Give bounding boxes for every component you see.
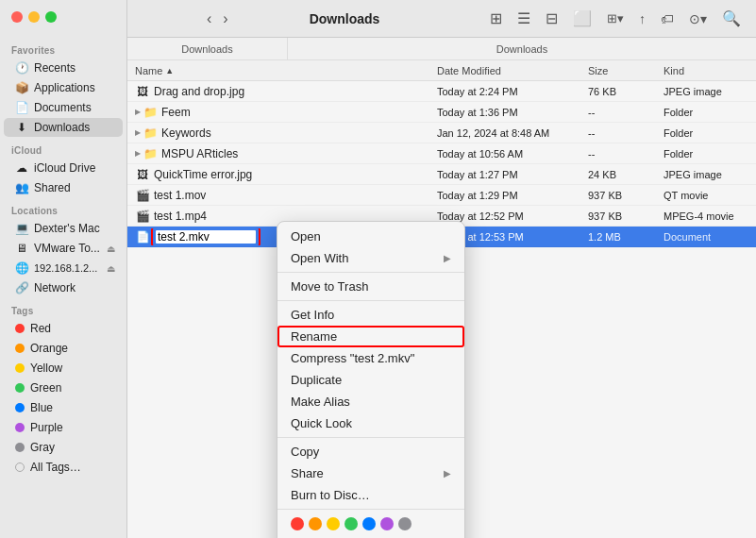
table-row[interactable]: 🖼 QuickTime error.jpg Today at 1:27 PM 2… <box>127 164 756 185</box>
ctx-share[interactable]: Share ▶ <box>277 462 464 484</box>
ctx-tag-gray[interactable] <box>398 517 412 530</box>
table-row[interactable]: 🎬 test 1.mov Today at 1:29 PM 937 KB QT … <box>127 185 756 206</box>
ctx-tag-orange[interactable] <box>309 517 322 530</box>
sidebar-item-tag-green[interactable]: Green <box>4 378 123 397</box>
mac-icon: 💻 <box>15 222 28 235</box>
ctx-tag-blue[interactable] <box>362 517 376 530</box>
blue-tag-dot <box>15 403 25 412</box>
minimize-button[interactable] <box>28 11 40 23</box>
network-icon: 🔗 <box>15 281 28 294</box>
folder-icon: 📁 <box>143 146 158 161</box>
disclosure-icon: ▶ <box>135 149 141 158</box>
ctx-move-to-trash[interactable]: Move to Trash <box>277 276 464 297</box>
sidebar-item-documents[interactable]: 📄 Documents <box>4 98 123 117</box>
file-size: 1.2 MB <box>588 231 664 243</box>
table-row[interactable]: ▶ 📁 MSPU ARticles Today at 10:56 AM -- F… <box>127 143 756 164</box>
file-size: -- <box>588 148 664 160</box>
gallery-view-btn[interactable]: ⬜ <box>569 8 596 29</box>
file-date: Today at 12:52 PM <box>437 210 588 222</box>
tag-btn[interactable]: 🏷 <box>657 9 678 28</box>
ctx-quick-look[interactable]: Quick Look <box>277 412 464 434</box>
ctx-tag-yellow[interactable] <box>327 517 340 530</box>
sidebar-item-network[interactable]: 🔗 Network <box>4 278 123 297</box>
dest-path-label: Downloads <box>288 43 756 55</box>
sidebar-item-ip1[interactable]: 🌐 192.168.1.2... ⏏ <box>4 259 123 277</box>
table-row[interactable]: 🖼 Drag and drop.jpg Today at 2:24 PM 76 … <box>127 81 756 102</box>
file-icon: 📄 <box>135 229 150 244</box>
file-name: test 1.mov <box>154 189 206 202</box>
sidebar-item-tag-orange[interactable]: Orange <box>4 339 123 358</box>
main-content: ‹ › Downloads ⊞ ☰ ⊟ ⬜ ⊞▾ ↑ 🏷 ⊙▾ 🔍 <box>127 0 756 538</box>
ctx-compress[interactable]: Compress "test 2.mkv" <box>277 347 464 369</box>
ctx-copy[interactable]: Copy <box>277 441 464 462</box>
rename-box <box>154 228 258 245</box>
sidebar-item-label: Shared <box>34 181 71 194</box>
file-date: Today at 2:24 PM <box>437 86 588 97</box>
ctx-rename[interactable]: Rename <box>277 326 464 347</box>
col-date-header[interactable]: Date Modified <box>437 65 588 76</box>
source-path-label: Downloads <box>127 38 288 59</box>
file-kind: JPEG image <box>664 169 748 180</box>
col-kind-header[interactable]: Kind <box>664 65 748 76</box>
forward-button[interactable]: › <box>219 8 231 29</box>
ip1-icon: 🌐 <box>15 261 28 275</box>
file-icon: 🎬 <box>135 188 150 203</box>
shared-icon: 👥 <box>15 181 28 194</box>
back-button[interactable]: ‹ <box>203 8 215 29</box>
search-btn[interactable]: 🔍 <box>718 8 745 29</box>
icloud-label: iCloud <box>0 138 126 158</box>
file-size: 937 KB <box>588 210 664 222</box>
sidebar-item-recents[interactable]: 🕐 Recents <box>4 59 123 77</box>
sidebar-item-applications[interactable]: 📦 Applications <box>4 78 123 97</box>
toolbar: ‹ › Downloads ⊞ ☰ ⊟ ⬜ ⊞▾ ↑ 🏷 ⊙▾ 🔍 <box>127 0 756 38</box>
share-btn[interactable]: ↑ <box>635 9 649 28</box>
close-button[interactable] <box>11 11 23 23</box>
table-row[interactable]: ▶ 📁 Keywords Jan 12, 2024 at 8:48 AM -- … <box>127 123 756 143</box>
green-tag-dot <box>15 383 25 393</box>
yellow-tag-dot <box>15 363 25 373</box>
list-view-btn[interactable]: ☰ <box>513 8 534 29</box>
tag-label: Gray <box>30 441 55 454</box>
gray-tag-dot <box>15 443 25 452</box>
rename-input[interactable] <box>154 228 258 245</box>
file-size: -- <box>588 107 664 118</box>
ctx-open[interactable]: Open <box>277 226 464 247</box>
ctx-make-alias[interactable]: Make Alias <box>277 391 464 412</box>
sidebar-item-downloads[interactable]: ⬇ Downloads <box>4 118 123 137</box>
sidebar-item-shared[interactable]: 👥 Shared <box>4 178 123 197</box>
all-tags-icon <box>15 462 25 472</box>
ctx-open-with[interactable]: Open With ▶ <box>277 247 464 269</box>
sidebar-item-vmware[interactable]: 🖥 VMware To... ⏏ <box>4 239 123 258</box>
file-icon: 🖼 <box>135 84 150 99</box>
file-kind: MPEG-4 movie <box>664 210 748 222</box>
table-row[interactable]: ▶ 📁 Feem Today at 1:36 PM -- Folder <box>127 102 756 123</box>
icon-view-btn[interactable]: ⊞ <box>486 8 506 29</box>
column-view-btn[interactable]: ⊟ <box>542 8 562 29</box>
red-tag-dot <box>15 324 25 333</box>
col-name-header[interactable]: Name ▲ <box>135 65 437 76</box>
ctx-burn[interactable]: Burn to Disc… <box>277 484 464 506</box>
ctx-get-info[interactable]: Get Info <box>277 304 464 326</box>
eject-icon[interactable]: ⏏ <box>107 244 115 254</box>
more-btn[interactable]: ⊙▾ <box>685 9 711 28</box>
group-btn[interactable]: ⊞▾ <box>603 9 628 27</box>
sidebar-item-tag-red[interactable]: Red <box>4 319 123 338</box>
sidebar-item-icloud-drive[interactable]: ☁ iCloud Drive <box>4 159 123 177</box>
ctx-duplicate[interactable]: Duplicate <box>277 369 464 391</box>
sidebar-item-label: VMware To... <box>34 242 101 255</box>
sidebar-item-tag-yellow[interactable]: Yellow <box>4 359 123 378</box>
ctx-tag-green[interactable] <box>344 517 358 530</box>
sidebar-item-tag-blue[interactable]: Blue <box>4 398 123 417</box>
eject2-icon[interactable]: ⏏ <box>107 263 115 274</box>
sidebar-item-all-tags[interactable]: All Tags… <box>4 458 123 477</box>
sidebar-item-tag-purple[interactable]: Purple <box>4 418 123 437</box>
ctx-tag-purple[interactable] <box>380 517 394 530</box>
sidebar-item-tag-gray[interactable]: Gray <box>4 438 123 457</box>
col-size-header[interactable]: Size <box>588 65 664 76</box>
ctx-sep3 <box>277 437 464 438</box>
icloud-icon: ☁ <box>15 161 28 175</box>
file-name: QuickTime error.jpg <box>154 168 252 181</box>
ctx-tag-red[interactable] <box>291 517 304 530</box>
sidebar-item-mac[interactable]: 💻 Dexter's Mac <box>4 219 123 238</box>
maximize-button[interactable] <box>45 11 57 23</box>
